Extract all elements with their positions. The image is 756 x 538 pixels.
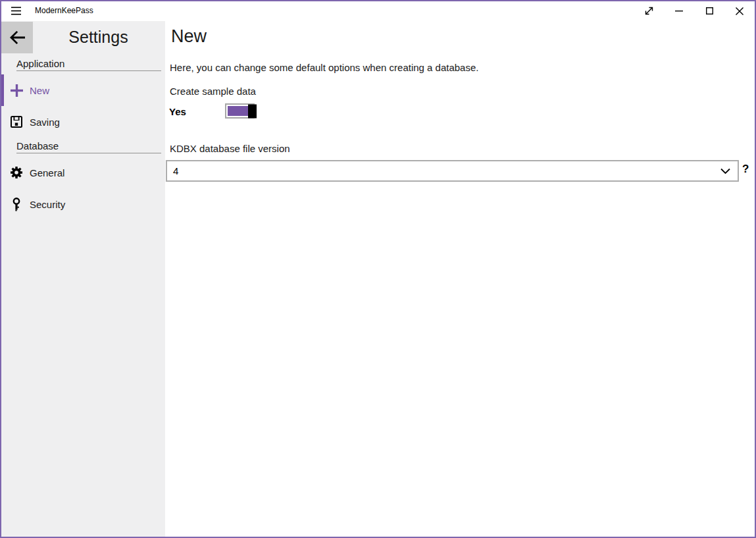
dropdown-selected-value: 4: [173, 165, 178, 176]
window-controls: [634, 1, 755, 20]
resize-button[interactable]: [634, 1, 664, 20]
sidebar-item-general[interactable]: General: [0, 157, 165, 188]
close-button[interactable]: [724, 1, 755, 20]
app-window: ModernKeePass: [0, 0, 756, 538]
maximize-button[interactable]: [694, 1, 724, 20]
section-divider: [16, 153, 161, 153]
kdbx-version-dropdown[interactable]: 4: [166, 160, 739, 182]
back-button[interactable]: [1, 22, 33, 53]
gear-icon: [9, 165, 24, 180]
section-label-application: Application: [16, 58, 64, 69]
section-label-database: Database: [16, 140, 59, 151]
plus-icon: [9, 83, 24, 97]
selection-indicator: [0, 74, 4, 106]
sample-data-toggle[interactable]: [225, 103, 255, 119]
toggle-thumb[interactable]: [248, 104, 257, 118]
sidebar-item-security[interactable]: Security: [0, 188, 165, 220]
close-icon: [736, 7, 743, 15]
diagonal-resize-icon: [644, 6, 654, 16]
toggle-state-label: Yes: [169, 106, 186, 117]
sample-data-label: Create sample data: [170, 86, 256, 97]
sidebar-item-label: General: [30, 167, 64, 178]
minimize-button[interactable]: [664, 1, 694, 20]
hamburger-menu-button[interactable]: [1, 1, 31, 20]
minimize-icon: [675, 11, 683, 12]
hamburger-icon: [11, 7, 21, 15]
chevron-down-icon: [720, 168, 730, 174]
key-icon: [9, 197, 24, 211]
sidebar-item-label: Saving: [30, 117, 60, 128]
app-title: ModernKeePass: [35, 6, 93, 15]
sidebar-item-label: Security: [30, 199, 65, 210]
section-divider: [16, 70, 161, 71]
page-title: New: [171, 26, 207, 47]
sidebar-item-new[interactable]: New: [0, 74, 165, 106]
settings-heading: Settings: [32, 28, 165, 47]
sidebar-item-saving[interactable]: Saving: [0, 106, 165, 138]
settings-sidebar: Settings Application New: [0, 21, 165, 538]
save-icon: [9, 115, 24, 129]
sidebar-item-label: New: [30, 85, 49, 96]
back-arrow-icon: [9, 31, 26, 44]
title-bar: ModernKeePass: [0, 0, 756, 21]
maximize-icon: [706, 7, 713, 14]
settings-page-new: New Here, you can change some default op…: [165, 21, 756, 538]
help-button[interactable]: ?: [742, 163, 749, 176]
kdbx-version-label: KDBX database file version: [170, 143, 290, 154]
page-description: Here, you can change some default option…: [170, 62, 478, 73]
